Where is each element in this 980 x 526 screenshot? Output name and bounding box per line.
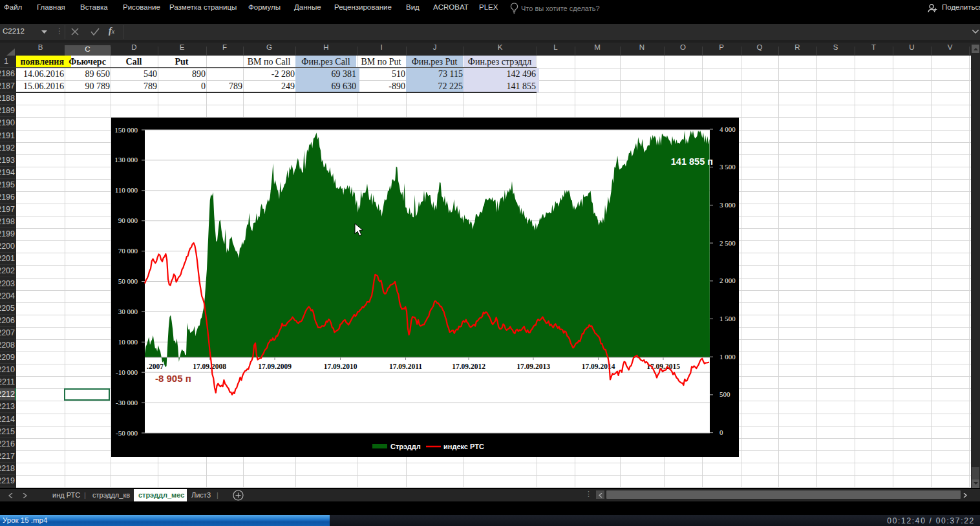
svg-text:-50 000: -50 000 xyxy=(116,429,138,437)
svg-text:1 500: 1 500 xyxy=(719,315,736,322)
svg-text:3 000: 3 000 xyxy=(719,201,736,209)
svg-text:Стрэддл: Стрэддл xyxy=(390,443,421,450)
svg-text:110 000: 110 000 xyxy=(115,186,138,194)
svg-text:17.09.2011: 17.09.2011 xyxy=(389,363,422,370)
svg-text:150 000: 150 000 xyxy=(114,126,138,134)
svg-text:130 000: 130 000 xyxy=(114,156,138,163)
svg-text:17.09.2010: 17.09.2010 xyxy=(324,363,357,370)
svg-text:.2007: .2007 xyxy=(147,363,164,370)
svg-text:10 000: 10 000 xyxy=(118,338,138,346)
svg-text:3 500: 3 500 xyxy=(719,163,736,171)
svg-text:-30 000: -30 000 xyxy=(116,399,138,406)
svg-text:70 000: 70 000 xyxy=(118,247,138,255)
svg-text:17.09.2009: 17.09.2009 xyxy=(258,363,292,370)
svg-text:141 855 п: 141 855 п xyxy=(671,156,713,167)
svg-text:500: 500 xyxy=(719,390,730,398)
svg-text:0: 0 xyxy=(719,428,723,436)
svg-text:-10 000: -10 000 xyxy=(116,368,138,376)
svg-text:2 500: 2 500 xyxy=(719,239,736,247)
svg-text:1 000: 1 000 xyxy=(719,353,736,361)
svg-text:30 000: 30 000 xyxy=(118,308,138,315)
svg-text:17.09.2012: 17.09.2012 xyxy=(452,363,485,370)
svg-text:50 000: 50 000 xyxy=(118,277,138,285)
svg-text:индекс РТС: индекс РТС xyxy=(443,443,484,450)
svg-text:17.09.2013: 17.09.2013 xyxy=(517,363,550,370)
svg-text:-8 905 п: -8 905 п xyxy=(155,373,191,384)
svg-text:17.09.2008: 17.09.2008 xyxy=(193,363,226,370)
svg-text:4 000: 4 000 xyxy=(719,125,736,133)
svg-text:90 000: 90 000 xyxy=(118,216,138,224)
svg-text:2 000: 2 000 xyxy=(719,277,736,284)
